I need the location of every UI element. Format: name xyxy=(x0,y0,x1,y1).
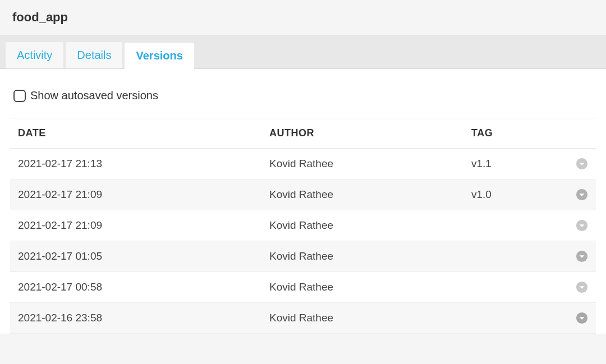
cell-tag: v1.0 xyxy=(471,188,566,201)
show-autosaved-checkbox[interactable] xyxy=(13,90,26,102)
show-autosaved-row: Show autosaved versions xyxy=(10,89,596,102)
table-row[interactable]: 2021-02-17 01:05 Kovid Rathee xyxy=(10,241,596,272)
cell-author: Kovid Rathee xyxy=(269,250,471,262)
tabs-bar: Activity Details Versions xyxy=(0,35,606,69)
show-autosaved-label: Show autosaved versions xyxy=(30,89,158,102)
table-row[interactable]: 2021-02-16 23:58 Kovid Rathee xyxy=(10,303,596,334)
page-header: food_app xyxy=(0,0,606,35)
cell-author: Kovid Rathee xyxy=(269,312,471,324)
table-header-row: DATE AUTHOR TAG xyxy=(10,118,596,149)
cell-date: 2021-02-17 21:09 xyxy=(18,188,269,201)
cell-author: Kovid Rathee xyxy=(269,219,471,232)
cell-date: 2021-02-17 00:58 xyxy=(18,281,269,293)
table-row[interactable]: 2021-02-17 21:09 Kovid Rathee xyxy=(10,210,596,241)
chevron-down-icon[interactable] xyxy=(576,188,588,201)
versions-table: DATE AUTHOR TAG 2021-02-17 21:13 Kovid R… xyxy=(10,118,596,334)
cell-date: 2021-02-17 21:13 xyxy=(18,158,269,170)
tab-versions[interactable]: Versions xyxy=(125,43,194,69)
table-row[interactable]: 2021-02-17 21:13 Kovid Rathee v1.1 xyxy=(10,149,596,179)
chevron-down-icon[interactable] xyxy=(576,158,588,170)
table-row[interactable]: 2021-02-17 21:09 Kovid Rathee v1.0 xyxy=(10,179,596,210)
chevron-down-icon[interactable] xyxy=(576,312,588,324)
cell-date: 2021-02-17 21:09 xyxy=(18,219,269,232)
chevron-down-icon[interactable] xyxy=(576,219,588,232)
column-header-actions xyxy=(566,127,588,139)
table-row[interactable]: 2021-02-17 00:58 Kovid Rathee xyxy=(10,272,596,303)
tab-details[interactable]: Details xyxy=(66,42,122,68)
cell-date: 2021-02-17 01:05 xyxy=(18,250,269,262)
cell-date: 2021-02-16 23:58 xyxy=(18,312,269,324)
column-header-tag[interactable]: TAG xyxy=(471,127,566,139)
cell-author: Kovid Rathee xyxy=(269,158,471,170)
cell-author: Kovid Rathee xyxy=(269,188,471,201)
page-title: food_app xyxy=(12,10,594,25)
chevron-down-icon[interactable] xyxy=(576,250,588,262)
versions-panel: Show autosaved versions DATE AUTHOR TAG … xyxy=(0,69,606,334)
cell-tag: v1.1 xyxy=(471,158,566,170)
chevron-down-icon[interactable] xyxy=(576,281,588,293)
cell-author: Kovid Rathee xyxy=(269,281,471,293)
column-header-date[interactable]: DATE xyxy=(18,127,269,139)
column-header-author[interactable]: AUTHOR xyxy=(269,127,471,139)
tab-activity[interactable]: Activity xyxy=(6,42,63,68)
